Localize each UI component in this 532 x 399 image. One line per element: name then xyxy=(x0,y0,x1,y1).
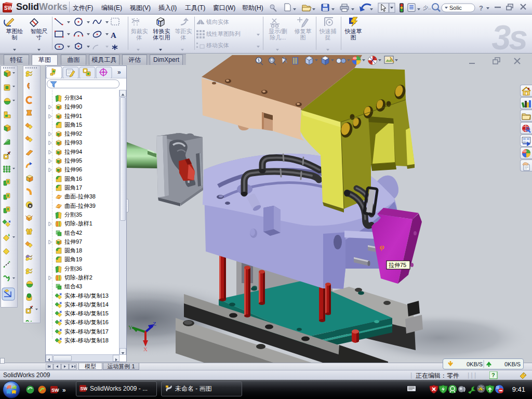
svg-text:A: A xyxy=(111,31,116,39)
svg-text:Z: Z xyxy=(153,321,156,327)
svg-text:SW: SW xyxy=(81,386,88,391)
svg-text:X: X xyxy=(143,346,148,352)
svg-text:»: » xyxy=(62,387,66,394)
svg-text:!: ! xyxy=(480,388,481,391)
svg-text:Y: Y xyxy=(128,324,132,330)
svg-text:?: ? xyxy=(479,4,483,12)
svg-text:φ: φ xyxy=(380,243,384,251)
svg-text:Solic: Solic xyxy=(449,5,462,11)
svg-text:0KB/S: 0KB/S xyxy=(467,361,483,367)
svg-text:0KB/S: 0KB/S xyxy=(504,361,521,367)
svg-text:»: » xyxy=(117,69,121,76)
svg-text:SW: SW xyxy=(4,5,13,11)
svg-text:?: ? xyxy=(491,372,495,378)
svg-text:少..: 少.. xyxy=(423,5,431,10)
svg-text:拉伸75: 拉伸75 xyxy=(389,262,406,268)
svg-text:SW: SW xyxy=(51,388,59,393)
